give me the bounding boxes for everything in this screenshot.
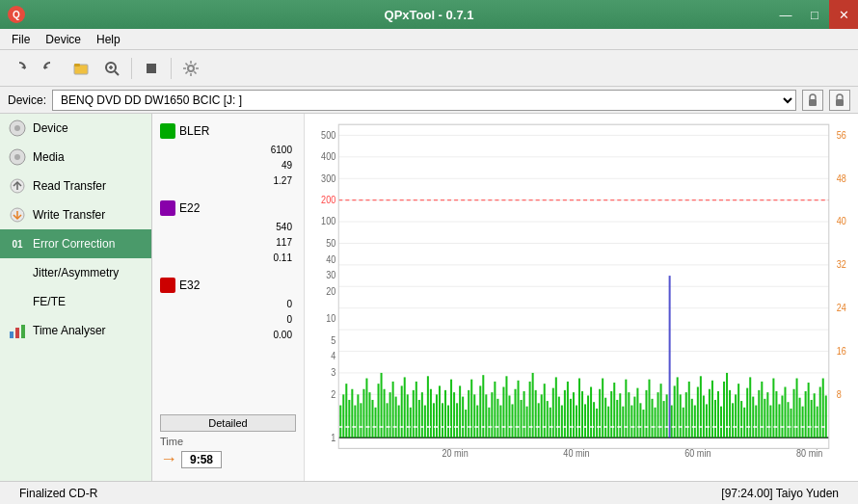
svg-rect-83 xyxy=(387,403,389,438)
device-lock-button[interactable] xyxy=(802,90,823,111)
sidebar-time-analyser-label: Time Analyser xyxy=(33,324,106,337)
svg-rect-207 xyxy=(746,388,748,438)
disc-type: Finalized CD-R xyxy=(19,487,97,500)
svg-rect-11 xyxy=(836,99,844,106)
menu-device[interactable]: Device xyxy=(38,31,89,48)
svg-rect-92 xyxy=(413,390,415,438)
minimize-button[interactable]: — xyxy=(771,0,800,29)
svg-rect-77 xyxy=(368,392,370,438)
svg-rect-189 xyxy=(694,406,696,438)
menu-file[interactable]: File xyxy=(4,31,38,48)
svg-rect-135 xyxy=(538,403,540,438)
sidebar-item-error-correction[interactable]: 01 Error Correction xyxy=(0,229,151,258)
svg-rect-219 xyxy=(781,395,783,438)
svg-text:1: 1 xyxy=(331,432,335,443)
svg-rect-167 xyxy=(630,406,632,438)
sidebar-item-time-analyser[interactable]: Time Analyser xyxy=(0,316,151,345)
status-bar: Finalized CD-R [97:24.00] Taiyo Yuden xyxy=(0,481,858,504)
time-row: → 9:58 xyxy=(160,449,296,469)
toolbar-separator xyxy=(131,58,132,79)
svg-rect-222 xyxy=(791,409,792,438)
toolbar-stop-button[interactable] xyxy=(138,55,165,82)
window-title: QPxTool - 0.7.1 xyxy=(385,8,474,22)
svg-rect-221 xyxy=(787,402,789,438)
e22-label: E22 xyxy=(179,201,200,215)
title-bar: Q QPxTool - 0.7.1 — □ ✕ xyxy=(0,0,858,29)
svg-rect-208 xyxy=(749,377,751,438)
svg-text:30: 30 xyxy=(326,270,335,281)
close-button[interactable]: ✕ xyxy=(829,0,858,29)
svg-rect-225 xyxy=(799,398,801,438)
svg-rect-133 xyxy=(532,373,534,438)
toolbar xyxy=(0,50,858,87)
svg-rect-105 xyxy=(450,380,452,438)
svg-rect-215 xyxy=(769,406,771,438)
svg-rect-112 xyxy=(470,380,472,438)
svg-rect-71 xyxy=(351,389,353,438)
svg-text:200: 200 xyxy=(321,195,335,206)
svg-rect-209 xyxy=(752,397,754,438)
svg-rect-78 xyxy=(371,400,373,438)
svg-rect-185 xyxy=(683,408,684,438)
e22-legend-item: E22 xyxy=(156,199,300,218)
svg-rect-111 xyxy=(468,390,469,438)
svg-rect-223 xyxy=(793,389,795,438)
detailed-button[interactable]: Detailed xyxy=(160,414,296,432)
svg-rect-172 xyxy=(645,390,647,438)
svg-rect-210 xyxy=(755,406,757,438)
svg-rect-148 xyxy=(576,406,577,438)
jitter-icon xyxy=(8,263,27,282)
svg-rect-120 xyxy=(494,382,496,438)
sidebar-item-jitter[interactable]: Jitter/Asymmetry xyxy=(0,258,151,287)
bler-label: BLER xyxy=(179,124,209,138)
svg-rect-212 xyxy=(761,382,763,438)
sidebar-item-fete[interactable]: FE/TE xyxy=(0,287,151,316)
svg-rect-139 xyxy=(550,408,551,438)
svg-rect-116 xyxy=(482,375,484,438)
svg-rect-217 xyxy=(775,391,777,438)
maximize-button[interactable]: □ xyxy=(800,0,829,29)
sidebar-item-media[interactable]: Media xyxy=(0,143,151,172)
sidebar-item-read-transfer[interactable]: Read Transfer xyxy=(0,172,151,200)
svg-rect-109 xyxy=(462,397,464,438)
device-select[interactable]: BENQ DVD DD DW1650 BCIC [J: ] xyxy=(52,90,796,111)
sidebar-item-device[interactable]: Device xyxy=(0,114,151,143)
svg-rect-123 xyxy=(502,387,504,438)
svg-rect-94 xyxy=(418,400,420,438)
svg-text:2: 2 xyxy=(331,388,335,400)
svg-rect-224 xyxy=(796,379,798,438)
svg-text:3: 3 xyxy=(331,367,335,379)
svg-rect-160 xyxy=(610,391,612,438)
device-eject-button[interactable] xyxy=(829,90,850,111)
svg-text:16: 16 xyxy=(837,345,846,357)
bler-values: 6100 49 1.27 xyxy=(156,143,300,189)
svg-rect-102 xyxy=(442,403,443,438)
svg-rect-203 xyxy=(735,394,737,438)
toolbar-open-button[interactable] xyxy=(67,55,94,82)
svg-rect-201 xyxy=(729,390,731,438)
svg-rect-213 xyxy=(764,399,765,438)
svg-text:50: 50 xyxy=(326,237,335,249)
device-icon xyxy=(8,119,27,138)
svg-rect-153 xyxy=(590,387,592,438)
svg-rect-141 xyxy=(555,377,557,438)
svg-text:80 min: 80 min xyxy=(796,448,822,460)
svg-text:100: 100 xyxy=(321,216,335,227)
svg-rect-178 xyxy=(663,401,665,438)
svg-rect-200 xyxy=(726,373,728,438)
toolbar-refresh-button[interactable] xyxy=(6,55,33,82)
sidebar-item-write-transfer[interactable]: Write Transfer xyxy=(0,200,151,229)
device-label: Device: xyxy=(8,93,46,107)
menu-help[interactable]: Help xyxy=(89,31,128,48)
svg-point-14 xyxy=(14,125,20,131)
svg-rect-179 xyxy=(666,394,668,438)
svg-rect-175 xyxy=(655,408,657,438)
toolbar-zoom-button[interactable] xyxy=(98,55,125,82)
svg-text:20 min: 20 min xyxy=(442,448,468,460)
svg-rect-86 xyxy=(395,397,397,438)
toolbar-settings-button[interactable] xyxy=(177,55,204,82)
e32-mid: 0 xyxy=(156,312,292,328)
toolbar-back-button[interactable] xyxy=(37,55,64,82)
e22-max: 540 xyxy=(156,220,292,235)
time-value-display: 9:58 xyxy=(181,451,222,468)
